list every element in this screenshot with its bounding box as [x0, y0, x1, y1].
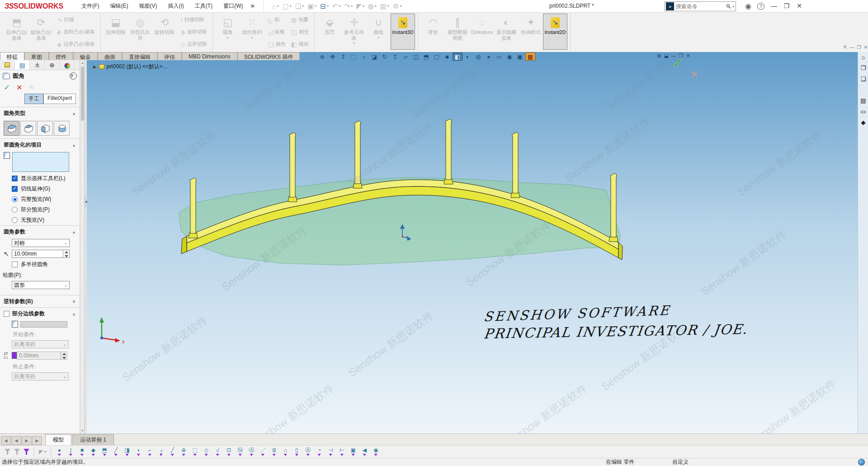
select-cursor-button[interactable]: ◤▾: [39, 449, 46, 455]
dropdown-caret-icon[interactable]: ▾: [290, 4, 292, 8]
collapse-chevron-icon[interactable]: ▲: [72, 143, 76, 147]
ribbon-button[interactable]: ⬓拉伸切除: [104, 14, 128, 50]
clear-filters-icon[interactable]: [14, 449, 20, 455]
ribbon-button[interactable]: ◱圆角: [216, 14, 240, 50]
ok-button[interactable]: ✓: [4, 83, 10, 92]
multi-radius-checkbox[interactable]: [12, 262, 18, 267]
constant-size-fillet-button[interactable]: [4, 121, 19, 136]
selection-filter-button[interactable]: ●: [54, 447, 65, 456]
ribbon-button[interactable]: ⬒拉伸凸台/基体: [5, 14, 29, 50]
task-pane-icon[interactable]: ❏: [858, 74, 868, 85]
selection-filter-button[interactable]: Ⓐ: [302, 447, 313, 456]
face-fillet-button[interactable]: [37, 121, 53, 136]
selection-filter-button[interactable]: ⋰: [257, 447, 268, 456]
selection-filter-button[interactable]: ⌂: [280, 447, 291, 456]
spin-down-icon[interactable]: [63, 254, 69, 257]
offset-field[interactable]: 0.00mm: [17, 352, 67, 360]
selection-filter-button[interactable]: ◔: [314, 447, 325, 456]
task-pane-icon[interactable]: ▤: [858, 95, 868, 106]
offset-value[interactable]: 0.00mm: [17, 352, 61, 359]
command-tab[interactable]: 特征: [0, 52, 24, 60]
partial-preview-radio[interactable]: [12, 207, 18, 213]
selection-filter-button[interactable]: ▪: [133, 447, 144, 456]
panel-scrollbar[interactable]: ▲ ▼: [80, 60, 84, 433]
full-preview-radio[interactable]: [12, 196, 18, 202]
doc-window-control-icon[interactable]: ✕: [863, 45, 868, 50]
dropdown-caret-icon[interactable]: ▾: [277, 4, 278, 8]
selection-filter-button[interactable]: ┌: [156, 447, 166, 456]
dropdown-caret-icon[interactable]: ▾: [339, 4, 341, 8]
minimize-button[interactable]: —: [767, 0, 781, 12]
ribbon-small-button[interactable]: ⬗放样切除: [178, 26, 210, 38]
tab-scroll-icon[interactable]: ◀: [11, 436, 21, 445]
dropdown-caret-icon[interactable]: ▾: [375, 4, 377, 8]
selection-filter-button[interactable]: ⌐: [144, 447, 155, 456]
dropdown-caret-icon[interactable]: ▾: [327, 4, 329, 8]
model-canvas[interactable]: x: [87, 52, 858, 433]
no-preview-radio[interactable]: [12, 217, 18, 223]
spin-up-icon[interactable]: [63, 250, 69, 254]
selection-filter-button[interactable]: ≣: [269, 447, 279, 456]
partial-edge-checkbox[interactable]: [4, 311, 9, 317]
dropdown-caret-icon[interactable]: ▾: [387, 4, 389, 8]
ribbon-button[interactable]: ⬙压凹: [317, 14, 342, 50]
dropdown-caret-icon[interactable]: ▾: [351, 4, 353, 8]
collapse-chevron-icon[interactable]: ▼: [72, 300, 76, 304]
manual-mode-button[interactable]: 手工: [24, 94, 43, 104]
command-tab[interactable]: 草图: [24, 52, 49, 60]
tab-scroll-icon[interactable]: ◀: [1, 436, 11, 445]
task-pane-icon[interactable]: ❐: [858, 63, 868, 74]
account-icon[interactable]: ◉: [741, 0, 755, 12]
globe-icon[interactable]: [858, 459, 865, 466]
model-arch-endcap-right[interactable]: [618, 243, 623, 260]
ribbon-small-button[interactable]: ◫相交: [288, 26, 311, 38]
selection-filter-button[interactable]: ⊕: [178, 447, 189, 456]
search-dropdown-icon[interactable]: ▾: [732, 5, 734, 9]
restore-button[interactable]: ❐: [780, 0, 793, 12]
selection-filter-button[interactable]: ◨: [122, 447, 132, 456]
tangent-propagation-checkbox[interactable]: [12, 186, 18, 192]
dropdown-caret-icon[interactable]: ▾: [302, 4, 304, 8]
doc-window-control-icon[interactable]: —: [849, 45, 855, 50]
selection-filter-button[interactable]: ⬚: [189, 447, 200, 456]
command-tab[interactable]: 焊件: [49, 52, 73, 60]
full-round-fillet-button[interactable]: [54, 121, 70, 136]
selection-filter-button[interactable]: ❘: [65, 447, 76, 456]
selection-filter-button[interactable]: ◉: [370, 447, 381, 456]
end-condition-select[interactable]: 距离等距⌄: [12, 372, 69, 380]
help-icon[interactable]: ?: [754, 0, 768, 12]
command-tab[interactable]: 直接编辑: [122, 52, 157, 60]
task-pane-icon[interactable]: [858, 85, 868, 95]
dropdown-caret-icon[interactable]: ▾: [363, 4, 364, 8]
active-filter-icon[interactable]: [24, 449, 29, 455]
collapse-chevron-icon[interactable]: ▲: [72, 111, 76, 116]
selection-filter-button[interactable]: ╱: [110, 447, 121, 456]
tab-scroll-icon[interactable]: ▶: [32, 436, 42, 445]
model-arch-endcap-left[interactable]: [181, 236, 187, 254]
ribbon-button[interactable]: ◠变形: [421, 14, 445, 50]
property-manager-tab[interactable]: ▤: [15, 60, 30, 70]
ribbon-small-button[interactable]: ⬖放样凸台/基体: [54, 26, 98, 38]
menu-item[interactable]: 文件(F): [76, 0, 104, 12]
command-tab[interactable]: 评估: [157, 52, 182, 60]
customize-menu[interactable]: 自定义: [672, 458, 689, 466]
selection-filter-button[interactable]: ◆: [88, 447, 99, 456]
search-icon[interactable]: 🔍︎: [726, 3, 731, 10]
ribbon-small-button[interactable]: ∿扫描: [54, 14, 98, 26]
selection-filter-button[interactable]: ◇: [201, 447, 212, 456]
selection-filter-button[interactable]: ⊣: [325, 447, 336, 456]
ribbon-button[interactable]: ◌Defeature: [470, 14, 494, 50]
dropdown-caret-icon[interactable]: ▾: [315, 4, 316, 8]
ribbon-small-button[interactable]: ◺筋: [265, 14, 288, 26]
partial-edge-parameters-header[interactable]: 部分边线参数▲: [0, 307, 80, 319]
menu-item[interactable]: 窗口(W): [218, 0, 248, 12]
ribbon-small-button[interactable]: ▢抽壳: [265, 38, 288, 50]
selection-filter-button[interactable]: Ⓐ: [246, 447, 257, 456]
setback-parameters-header[interactable]: 逆转参数(B)▼: [0, 295, 80, 307]
ribbon-button[interactable]: ⟲旋转切除: [152, 14, 177, 50]
selection-filter-button[interactable]: √: [212, 447, 223, 456]
selection-filter-button[interactable]: ╱: [167, 447, 178, 456]
items-to-fillet-header[interactable]: 要圆角化的项目▲: [0, 138, 80, 151]
command-tab[interactable]: 曲面: [98, 52, 122, 60]
task-pane-icon[interactable]: ▭: [858, 106, 868, 117]
